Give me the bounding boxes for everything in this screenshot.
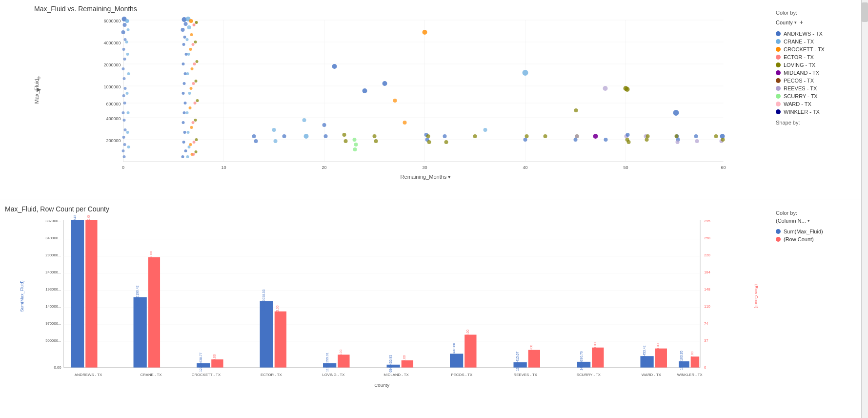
svg-point-118 [344,139,348,143]
svg-point-126 [393,99,397,103]
bar-column-dropdown[interactable]: (Column N... [776,218,806,224]
svg-text:CROCKETT - TX: CROCKETT - TX [192,373,221,377]
svg-point-45 [123,155,126,158]
svg-text:(Row Count): (Row Count) [754,284,759,308]
svg-point-112 [303,118,306,122]
scrollbar-thumb[interactable] [862,2,868,22]
bar-legend-item-1[interactable]: (Row Count) [776,236,856,242]
scatter-legend-item-4[interactable]: LOVING - TX [776,62,856,68]
svg-point-35 [123,77,126,80]
svg-point-137 [524,138,527,142]
svg-text:16.00: 16.00 [213,354,216,362]
scatter-legend-item-9[interactable]: WARD - TX [776,101,856,107]
svg-point-164 [714,134,718,138]
scrollbar[interactable] [861,0,868,418]
svg-text:240000...: 240000... [45,270,61,274]
scatter-legend-item-0[interactable]: ANDREWS - TX [776,31,856,37]
svg-point-64 [182,92,185,95]
svg-text:22.00: 22.00 [691,352,694,360]
scatter-legend-item-8[interactable]: SCURRY - TX [776,93,856,99]
bar-column-dropdown-arrow[interactable]: ▾ [807,218,810,223]
svg-text:WINKLER - TX: WINKLER - TX [677,373,703,377]
bar-legend-item-0[interactable]: Sum(Max_Fluid) [776,229,856,234]
svg-point-99 [195,21,198,24]
svg-point-53 [126,131,129,134]
scatter-legend-item-2[interactable]: CROCKETT - TX [776,46,856,52]
svg-point-148 [625,87,630,92]
scatter-chart-content: Max_Fluid vs. Remaining_Months + ▶ Max_F… [0,5,773,200]
svg-text:66.00: 66.00 [466,330,469,338]
svg-text:113.00: 113.00 [276,305,279,315]
svg-point-75 [187,53,190,56]
svg-point-107 [252,134,256,138]
svg-point-160 [676,140,680,144]
svg-point-95 [194,102,197,104]
svg-point-108 [254,139,258,143]
svg-point-124 [374,139,378,143]
svg-point-69 [182,141,185,144]
svg-text:13915415.67: 13915415.67 [516,352,519,371]
svg-text:40: 40 [523,165,527,170]
scatter-county-dropdown[interactable]: County [776,20,793,25]
svg-point-134 [444,140,448,144]
svg-point-78 [186,111,189,114]
scatter-legend-item-1[interactable]: CRANE - TX [776,39,856,44]
legend-label-0: ANDREWS - TX [784,31,823,37]
scatter-legend-item-7[interactable]: REEVES - TX [776,85,856,91]
scatter-plot-svg: 6000000 4000000 2000000 1000000 600000 4… [44,15,778,181]
svg-point-132 [427,140,431,144]
bar-chart-content: Max_Fluid, Row Count per County 387000..… [0,205,773,418]
svg-text:184560190.42: 184560190.42 [136,286,139,307]
color-by-label: Color by: [776,10,797,16]
scatter-legend-item-10[interactable]: WINKLER - TX [776,109,856,115]
svg-text:0: 0 [122,165,124,170]
svg-point-38 [123,102,126,104]
scatter-legend-item-3[interactable]: ECTOR - TX [776,54,856,60]
svg-point-131 [426,134,430,138]
scatter-legend: Color by: County ▾ + ANDREWS - TX CRANE … [773,5,861,200]
legend-label-7: REEVES - TX [784,85,817,91]
svg-point-63 [183,82,186,85]
svg-text:295: 295 [704,219,710,223]
bar-chart-svg: 387000... 340000... 290000... 240000... … [5,215,768,396]
svg-point-80 [188,146,191,148]
scatter-county-dropdown-arrow[interactable]: ▾ [794,20,797,25]
svg-text:290000...: 290000... [45,253,61,257]
svg-point-105 [195,138,198,141]
scatter-legend-item-5[interactable]: MIDLAND - TX [776,70,856,76]
scatter-legend-add-icon[interactable]: + [800,19,804,26]
main-container: Max_Fluid vs. Remaining_Months + ▶ Max_F… [0,0,868,418]
svg-point-52 [127,111,130,114]
svg-point-155 [646,134,650,138]
svg-point-120 [354,143,358,146]
svg-text:2000000: 2000000 [103,63,121,67]
svg-text:600000: 600000 [106,102,121,106]
scatter-legend-item-6[interactable]: PECOS - TX [776,78,856,84]
svg-point-43 [123,143,126,146]
svg-point-141 [574,138,578,142]
svg-text:37: 37 [704,338,708,343]
svg-point-115 [324,134,328,138]
svg-text:ECTOR - TX: ECTOR - TX [261,373,283,377]
svg-text:110: 110 [704,304,711,309]
svg-text:74: 74 [704,321,708,326]
svg-point-41 [124,128,127,131]
svg-point-88 [190,126,193,129]
bar-chart-legend: Color by: (Column N... ▾ Sum(Max_Fluid) … [773,205,861,418]
svg-point-161 [593,134,598,139]
svg-point-103 [196,99,199,102]
svg-point-122 [363,88,367,93]
svg-text:172826058.53: 172826058.53 [262,289,265,311]
svg-text:26.00: 26.00 [339,350,343,358]
svg-point-71 [182,155,184,158]
svg-point-140 [544,134,547,138]
svg-point-159 [675,134,679,138]
svg-point-37 [122,94,125,97]
shape-by-label: Shape by: [776,120,800,125]
svg-point-109 [272,128,276,132]
svg-point-145 [604,138,608,142]
legend-label-2: CROCKETT - TX [784,46,825,52]
svg-point-76 [186,72,189,75]
svg-text:ANDREWS - TX: ANDREWS - TX [75,373,102,377]
svg-text:6941436.95: 6941436.95 [389,355,392,373]
